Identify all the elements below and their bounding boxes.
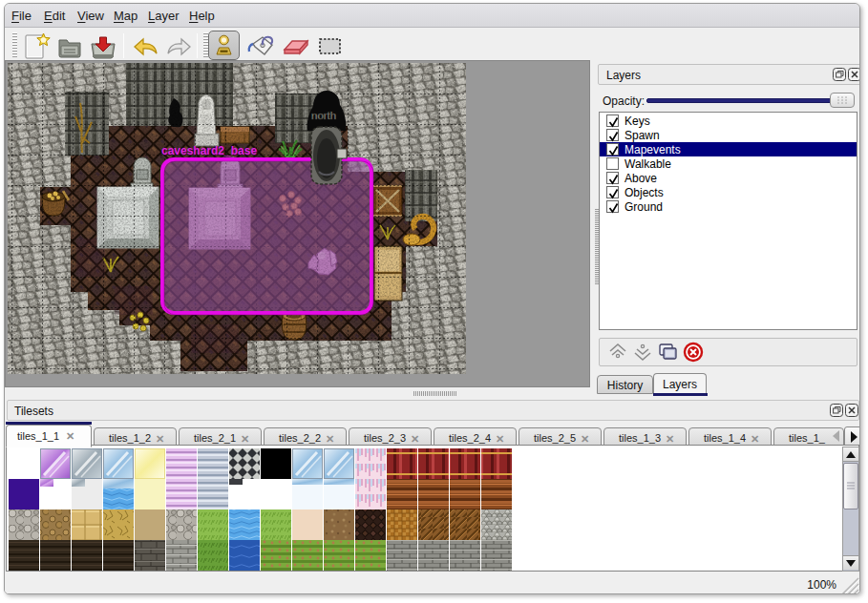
svg-text:north: north — [311, 110, 336, 121]
svg-text:caveshard2_base: caveshard2_base — [161, 144, 257, 157]
